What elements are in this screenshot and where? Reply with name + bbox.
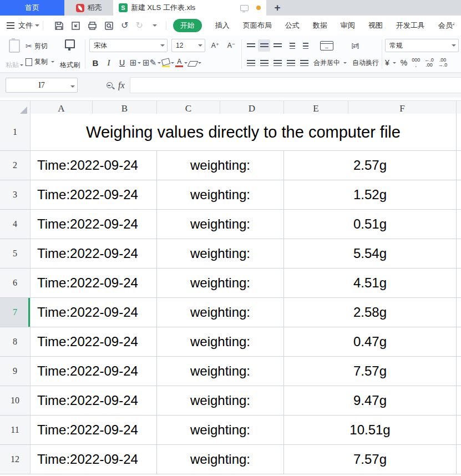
decrease-font-size-button[interactable]: A⁻ — [225, 39, 237, 52]
align-center-button[interactable] — [258, 57, 270, 69]
align-middle-button[interactable] — [258, 39, 270, 52]
weighting-label-cell[interactable]: weighting: — [157, 180, 284, 209]
tab-page-layout[interactable]: 页面布局 — [243, 21, 272, 31]
weighting-label-cell[interactable]: weighting: — [157, 386, 284, 415]
weight-value-cell[interactable]: 5.54g — [284, 239, 457, 268]
weight-value-cell[interactable]: 1.52g — [284, 180, 457, 209]
bold-button[interactable]: B — [89, 57, 102, 69]
time-cell[interactable]: Time:2022-09-24 — [31, 357, 157, 386]
export-icon[interactable] — [71, 21, 80, 31]
align-top-button[interactable] — [245, 39, 257, 52]
monitor-icon[interactable] — [240, 5, 249, 11]
cut-button[interactable]: ✂ 剪切 — [26, 40, 54, 52]
grid-sliver[interactable] — [457, 445, 461, 474]
tab-formulas[interactable]: 公式 — [285, 21, 300, 31]
row-header-8[interactable]: 8 — [0, 327, 31, 356]
thousands-separator-button[interactable]: 000 , — [412, 58, 420, 68]
tab-insert[interactable]: 插入 — [215, 21, 230, 31]
weighting-label-cell[interactable]: weighting: — [157, 298, 284, 327]
weight-value-cell[interactable]: 4.51g — [284, 269, 457, 297]
weight-value-cell[interactable]: 2.57g — [284, 151, 457, 180]
weight-value-cell[interactable]: 9.47g — [284, 386, 457, 415]
tab-view[interactable]: 视图 — [368, 21, 383, 31]
home-tab[interactable]: 首页 — [0, 0, 64, 16]
weighting-label-cell[interactable]: weighting: — [157, 210, 284, 239]
grid-sliver[interactable] — [457, 298, 461, 327]
weighting-label-cell[interactable]: weighting: — [157, 357, 284, 386]
weight-value-cell[interactable]: 10.51g — [284, 416, 457, 444]
time-cell[interactable]: Time:2022-09-24 — [31, 298, 157, 327]
decrease-decimal-button[interactable]: .00 →.0 — [438, 58, 448, 68]
row-header-3[interactable]: 3 — [0, 180, 31, 209]
weighting-label-cell[interactable]: weighting: — [157, 239, 284, 268]
time-cell[interactable]: Time:2022-09-24 — [31, 210, 157, 239]
align-bottom-button[interactable] — [271, 39, 283, 52]
row-header-4[interactable]: 4 — [0, 210, 31, 239]
weight-value-cell[interactable]: 7.57g — [284, 357, 457, 386]
row-header-7[interactable]: 7 — [0, 298, 31, 327]
tab-data[interactable]: 数据 — [313, 21, 327, 31]
justify-button[interactable] — [285, 57, 297, 69]
increase-decimal-button[interactable]: ←.0 .00 — [424, 58, 434, 68]
row-header-5[interactable]: 5 — [0, 239, 31, 268]
grid-sliver[interactable] — [457, 210, 461, 239]
tab-developer[interactable]: 开发工具 — [396, 21, 425, 31]
distribute-button[interactable] — [298, 57, 310, 69]
time-cell[interactable]: Time:2022-09-24 — [31, 239, 157, 268]
wrap-text-button[interactable]: 自动换行 — [352, 57, 379, 68]
decrease-indent-button[interactable] — [285, 39, 297, 52]
weight-value-cell[interactable]: 0.47g — [284, 327, 457, 356]
align-right-button[interactable] — [271, 57, 283, 69]
time-cell[interactable]: Time:2022-09-24 — [31, 180, 157, 209]
weight-value-cell[interactable]: 2.58g — [284, 298, 457, 327]
time-cell[interactable]: Time:2022-09-24 — [31, 151, 157, 180]
grid-sliver[interactable] — [457, 180, 461, 209]
draw-border-button[interactable]: ⊞✎ — [143, 57, 161, 69]
row-header-12[interactable]: 12 — [0, 445, 31, 474]
time-cell[interactable]: Time:2022-09-24 — [31, 416, 157, 444]
format-painter-button[interactable]: 格式刷 — [58, 37, 82, 71]
weight-value-cell[interactable]: 7.57g — [284, 445, 457, 474]
docer-tab[interactable]: 稻壳 — [64, 0, 113, 16]
row-header-9[interactable]: 9 — [0, 357, 31, 386]
file-menu[interactable]: 文件 — [18, 21, 33, 31]
row-header-10[interactable]: 10 — [0, 386, 31, 415]
formula-input[interactable] — [130, 77, 461, 93]
hamburger-menu-icon[interactable] — [7, 25, 14, 26]
font-size-select[interactable]: 12 — [171, 39, 205, 52]
borders-button[interactable]: ⊞ — [129, 57, 141, 69]
time-cell[interactable]: Time:2022-09-24 — [31, 445, 157, 474]
document-tab[interactable]: S 新建 XLS 工作表.xls — [113, 0, 266, 16]
time-cell[interactable]: Time:2022-09-24 — [31, 327, 157, 356]
weight-value-cell[interactable]: 0.51g — [284, 210, 457, 239]
undo-icon[interactable]: ↺ — [121, 21, 128, 30]
grid-sliver[interactable] — [457, 269, 461, 297]
wrap-text-icon-button[interactable]: [⇄] — [349, 39, 361, 52]
tab-membership[interactable]: 会员专享 — [438, 21, 454, 31]
new-tab-button[interactable]: + — [266, 0, 288, 16]
copy-button[interactable]: 复制 — [26, 57, 54, 68]
quick-toolbar-more-caret-icon[interactable] — [153, 24, 157, 29]
title-cell[interactable]: Weighing values directly to the computer… — [31, 114, 457, 150]
search-icon[interactable] — [107, 82, 113, 88]
grid-sliver[interactable] — [457, 386, 461, 415]
row-header-6[interactable]: 6 — [0, 269, 31, 297]
eraser-button[interactable] — [189, 57, 201, 69]
grid-sliver[interactable] — [457, 239, 461, 268]
time-cell[interactable]: Time:2022-09-24 — [31, 386, 157, 415]
weighting-label-cell[interactable]: weighting: — [157, 151, 284, 180]
time-cell[interactable]: Time:2022-09-24 — [31, 269, 157, 297]
grid-sliver[interactable] — [457, 327, 461, 356]
grid-sliver[interactable] — [457, 114, 461, 150]
grid-sliver[interactable] — [457, 357, 461, 386]
tab-review[interactable]: 审阅 — [341, 21, 355, 31]
tab-home[interactable]: 开始 — [173, 19, 202, 32]
save-icon[interactable] — [54, 21, 64, 31]
grid-sliver[interactable] — [457, 151, 461, 180]
print-icon[interactable] — [88, 21, 97, 31]
fill-color-button[interactable] — [162, 57, 174, 69]
italic-button[interactable]: I — [103, 57, 115, 69]
font-color-button[interactable]: A — [175, 57, 188, 69]
weighting-label-cell[interactable]: weighting: — [157, 416, 284, 444]
font-name-select[interactable]: 宋体 — [89, 39, 168, 52]
